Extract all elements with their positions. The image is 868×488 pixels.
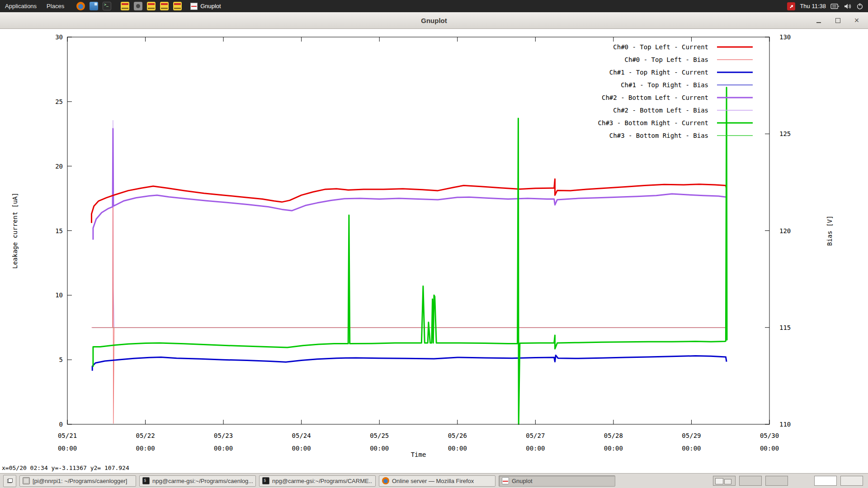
terminal-icon[interactable] (103, 2, 111, 10)
taskbar-item-terminal-1[interactable]: [pi@nnrpi1: ~/Programs/caenlogger] (19, 475, 136, 487)
svg-text:00:00: 00:00 (370, 445, 389, 452)
arrow-icon (788, 4, 794, 9)
svg-text:Ch#2 - Bottom Left - Current: Ch#2 - Bottom Left - Current (602, 94, 708, 101)
svg-text:05/29: 05/29 (682, 432, 701, 439)
svg-text:130: 130 (779, 33, 791, 41)
active-window-indicator[interactable]: Gnuplot (190, 3, 221, 10)
workspace-cell-2[interactable] (739, 476, 762, 486)
windows-icon (7, 479, 13, 483)
svg-text:05/26: 05/26 (448, 432, 467, 439)
svg-text:15: 15 (55, 227, 63, 235)
top-panel: Applications Places Gnuplot Thu 11:38 (0, 0, 868, 12)
restore-windows-button[interactable] (3, 475, 16, 487)
svg-text:25: 25 (55, 98, 63, 105)
xterm-icon-3[interactable] (160, 2, 169, 10)
svg-text:Time: Time (411, 451, 426, 458)
svg-text:5: 5 (59, 356, 63, 363)
terminal-icon (262, 477, 269, 484)
firefox-icon[interactable] (76, 2, 85, 10)
firefox-icon (382, 477, 389, 484)
svg-text:125: 125 (779, 130, 791, 137)
taskbar: [pi@nnrpi1: ~/Programs/caenlogger] npg@c… (0, 473, 868, 488)
keyboard-indicator-icon[interactable] (830, 3, 840, 10)
workspace-cell-1[interactable] (713, 476, 736, 486)
svg-text:00:00: 00:00 (214, 445, 233, 452)
taskbar-item-label: [pi@nnrpi1: ~/Programs/caenlogger] (33, 478, 127, 484)
svg-text:Leakage current [uA]: Leakage current [uA] (11, 192, 19, 269)
close-button[interactable]: × (852, 15, 862, 25)
svg-text:Ch#0 - Top Left - Bias: Ch#0 - Top Left - Bias (625, 56, 708, 63)
maximize-button[interactable] (833, 15, 843, 25)
svg-text:30: 30 (55, 33, 63, 41)
svg-text:115: 115 (779, 324, 791, 331)
svg-text:00:00: 00:00 (292, 445, 311, 452)
svg-text:00:00: 00:00 (448, 445, 467, 452)
xterm-icon-1[interactable] (121, 2, 129, 10)
svg-text:00:00: 00:00 (526, 445, 545, 452)
files-icon[interactable] (90, 2, 98, 10)
taskbar-item-gnuplot[interactable]: Gnuplot (499, 475, 615, 487)
taskbar-item-terminal-3[interactable]: npg@carme-gsi:~/Programs/CARME... (259, 475, 376, 487)
svg-text:Ch#1 - Top Right - Bias: Ch#1 - Top Right - Bias (621, 81, 708, 89)
svg-text:05/24: 05/24 (292, 432, 311, 439)
svg-text:0: 0 (59, 421, 63, 428)
xterm-icon-2[interactable] (147, 2, 156, 10)
svg-text:00:00: 00:00 (682, 445, 701, 452)
svg-text:00:00: 00:00 (58, 445, 77, 452)
taskbar-item-label: Online server — Mozilla Firefox (392, 478, 474, 484)
svg-text:05/30: 05/30 (760, 432, 779, 439)
window-titlebar[interactable]: Gnuplot × (0, 12, 868, 29)
terminal-icon (23, 477, 30, 484)
workspace-indicator-active[interactable] (814, 476, 837, 486)
svg-text:Ch#3 - Bottom Right - Bias: Ch#3 - Bottom Right - Bias (609, 132, 708, 139)
xterm-icon-4[interactable] (173, 2, 182, 10)
applications-menu[interactable]: Applications (0, 0, 42, 12)
svg-text:Ch#2 - Bottom Left - Bias: Ch#2 - Bottom Left - Bias (613, 107, 708, 114)
svg-text:110: 110 (779, 421, 791, 428)
gnuplot-icon (502, 477, 509, 484)
places-menu[interactable]: Places (42, 0, 69, 12)
workspace-indicator[interactable] (840, 476, 863, 486)
taskbar-item-label: npg@carme-gsi:~/Programs/CARME... (272, 478, 373, 484)
taskbar-item-label: Gnuplot (512, 478, 533, 484)
minimize-button[interactable] (814, 15, 824, 25)
svg-text:20: 20 (55, 163, 63, 170)
svg-text:05/27: 05/27 (526, 432, 545, 439)
svg-text:Ch#1 - Top Right - Current: Ch#1 - Top Right - Current (609, 69, 708, 76)
svg-text:10: 10 (55, 291, 63, 299)
svg-text:05/23: 05/23 (214, 432, 233, 439)
clock[interactable]: Thu 11:38 (800, 3, 826, 9)
taskbar-item-label: npg@carme-gsi:~/Programs/caenlog... (152, 478, 253, 484)
gnuplot-chart[interactable]: 05/2100:0005/2200:0005/2300:0005/2400:00… (0, 29, 868, 473)
svg-text:Bias [V]: Bias [V] (826, 216, 833, 246)
taskbar-item-terminal-2[interactable]: npg@carme-gsi:~/Programs/caenlog... (139, 475, 256, 487)
taskbar-item-firefox[interactable]: Online server — Mozilla Firefox (379, 475, 495, 487)
gnuplot-window-content: 05/2100:0005/2200:0005/2300:0005/2400:00… (0, 29, 868, 473)
svg-text:Ch#3 - Bottom Right - Current: Ch#3 - Bottom Right - Current (598, 119, 708, 127)
svg-text:00:00: 00:00 (604, 445, 623, 452)
volume-icon[interactable] (844, 3, 852, 10)
power-icon[interactable] (856, 3, 863, 10)
svg-text:00:00: 00:00 (136, 445, 155, 452)
svg-text:120: 120 (779, 227, 791, 235)
svg-text:05/28: 05/28 (604, 432, 623, 439)
screenshot-icon[interactable] (134, 2, 142, 10)
active-window-label: Gnuplot (200, 3, 221, 9)
svg-text:05/22: 05/22 (136, 432, 155, 439)
terminal-icon (142, 477, 150, 484)
window-title: Gnuplot (421, 17, 447, 24)
svg-text:00:00: 00:00 (760, 445, 779, 452)
mouse-coordinate-readout: x=05/20 02:34 y=-3.11367 y2= 107.924 (2, 465, 129, 471)
gnuplot-icon (190, 3, 198, 10)
update-notifier-icon[interactable] (787, 2, 795, 10)
svg-text:05/25: 05/25 (370, 432, 389, 439)
workspace-cell-3[interactable] (765, 476, 788, 486)
svg-text:Ch#0 - Top Left - Current: Ch#0 - Top Left - Current (613, 43, 708, 51)
svg-text:05/21: 05/21 (58, 432, 77, 439)
